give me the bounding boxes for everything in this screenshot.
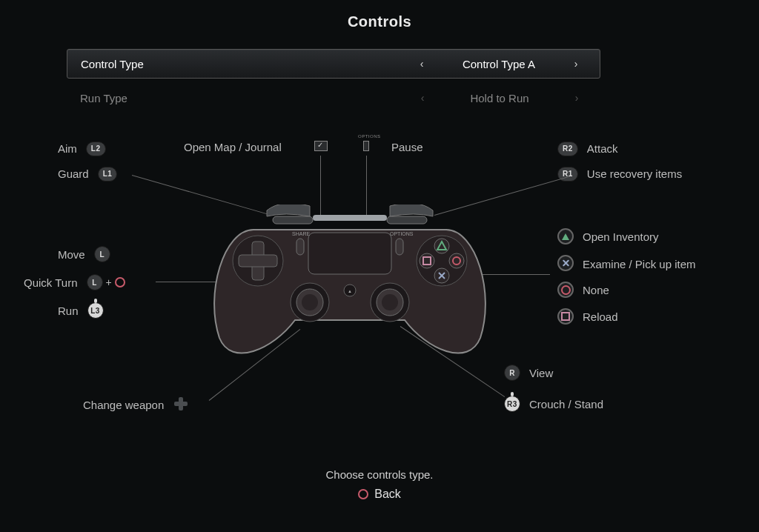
map-view: R View — [504, 365, 553, 381]
control-type-label: Control Type — [81, 58, 144, 70]
svg-point-12 — [434, 239, 449, 253]
open-map-label: Open Map / Journal — [184, 141, 282, 153]
svg-rect-10 — [239, 255, 277, 267]
svg-line-17 — [439, 273, 445, 279]
r2-icon: R2 — [557, 142, 578, 156]
options-icon: OPTIONS — [363, 141, 372, 154]
back-button[interactable]: Back — [0, 488, 759, 501]
map-circle: None — [557, 282, 609, 298]
controller-diagram: SHARE OPTIONS ▲ — [209, 205, 491, 359]
touchpad-icon — [314, 141, 332, 154]
map-square: Reload — [557, 308, 618, 325]
svg-rect-2 — [313, 215, 387, 221]
svg-point-15 — [453, 257, 460, 265]
dpad-icon — [173, 396, 189, 412]
control-type-prev[interactable]: ‹ — [411, 58, 432, 70]
svg-text:OPTIONS: OPTIONS — [390, 231, 414, 236]
run-type-selector[interactable]: Run Type ‹ Hold to Run › — [67, 83, 600, 113]
l3-icon: L3 — [87, 302, 104, 319]
line-rstick — [400, 326, 505, 397]
plus-icon: + — [106, 276, 112, 288]
r3-icon: R3 — [504, 396, 520, 412]
controls-screen: { "title": "Controls", "selectors": { "c… — [0, 0, 759, 532]
triangle-icon — [557, 228, 574, 245]
map-cross: Examine / Pick up item — [557, 255, 696, 273]
svg-point-19 — [420, 253, 434, 268]
svg-point-23 — [291, 283, 329, 322]
line-l2 — [132, 175, 268, 214]
svg-point-8 — [233, 236, 283, 286]
run-type-prev[interactable]: ‹ — [412, 92, 433, 104]
pause-label: Pause — [391, 141, 423, 153]
square-icon — [557, 308, 574, 325]
svg-point-11 — [417, 236, 467, 286]
map-triangle: Open Inventory — [557, 228, 659, 245]
map-guard: Guard L1 — [58, 166, 117, 182]
map-aim: Aim L2 — [58, 141, 106, 156]
lstick-icon-qt: L — [87, 274, 103, 290]
run-type-next[interactable]: › — [566, 92, 587, 104]
circle-icon-qt — [115, 277, 125, 287]
map-crouch: R3 Crouch / Stand — [504, 396, 603, 412]
svg-text:SHARE: SHARE — [292, 231, 310, 236]
control-type-selector[interactable]: Control Type ‹ Control Type A › — [67, 49, 600, 79]
svg-rect-20 — [423, 257, 431, 265]
cross-icon — [557, 255, 574, 271]
map-open-map: Open Map / Journal — [184, 141, 282, 153]
svg-point-14 — [449, 253, 464, 268]
l2-icon: L2 — [86, 142, 106, 156]
svg-text:▲: ▲ — [348, 289, 352, 293]
svg-line-18 — [439, 273, 445, 279]
svg-rect-4 — [296, 239, 304, 255]
svg-point-21 — [344, 285, 356, 296]
svg-rect-9 — [252, 242, 264, 280]
circle-icon-back — [358, 489, 368, 499]
svg-point-28 — [382, 294, 398, 310]
back-label: Back — [374, 488, 401, 500]
map-pause: Pause — [391, 141, 423, 153]
line-touchpad — [320, 156, 321, 221]
map-move: Move L — [58, 246, 110, 262]
page-title: Controls — [0, 13, 759, 30]
line-r2 — [434, 176, 570, 216]
svg-point-26 — [371, 283, 409, 322]
footer-hint: Choose controls type. — [0, 468, 759, 481]
run-type-label: Run Type — [80, 92, 127, 104]
l1-icon: L1 — [98, 167, 118, 182]
svg-point-16 — [434, 268, 449, 283]
map-recovery: R1 Use recovery items — [557, 166, 682, 182]
control-type-next[interactable]: › — [566, 58, 586, 70]
line-options — [366, 156, 367, 221]
svg-point-24 — [296, 289, 323, 316]
svg-rect-5 — [396, 239, 403, 255]
svg-rect-1 — [387, 216, 427, 224]
map-run: Run L3 — [58, 302, 104, 319]
map-attack: R2 Attack — [557, 141, 617, 156]
map-quick-turn: Quick Turn L + — [24, 274, 125, 290]
svg-point-25 — [302, 294, 318, 310]
line-dpad — [209, 329, 301, 401]
run-type-value: Hold to Run — [433, 92, 566, 104]
line-lstick — [156, 282, 245, 282]
control-type-value: Control Type A — [432, 58, 566, 70]
svg-marker-13 — [437, 242, 446, 250]
map-change-weapon: Change weapon — [83, 396, 189, 414]
svg-point-27 — [377, 289, 403, 316]
svg-rect-0 — [273, 216, 313, 224]
line-face — [454, 274, 550, 275]
circle-icon — [557, 282, 574, 298]
lstick-icon: L — [94, 246, 110, 262]
svg-rect-3 — [308, 233, 391, 274]
rstick-icon: R — [504, 365, 520, 381]
